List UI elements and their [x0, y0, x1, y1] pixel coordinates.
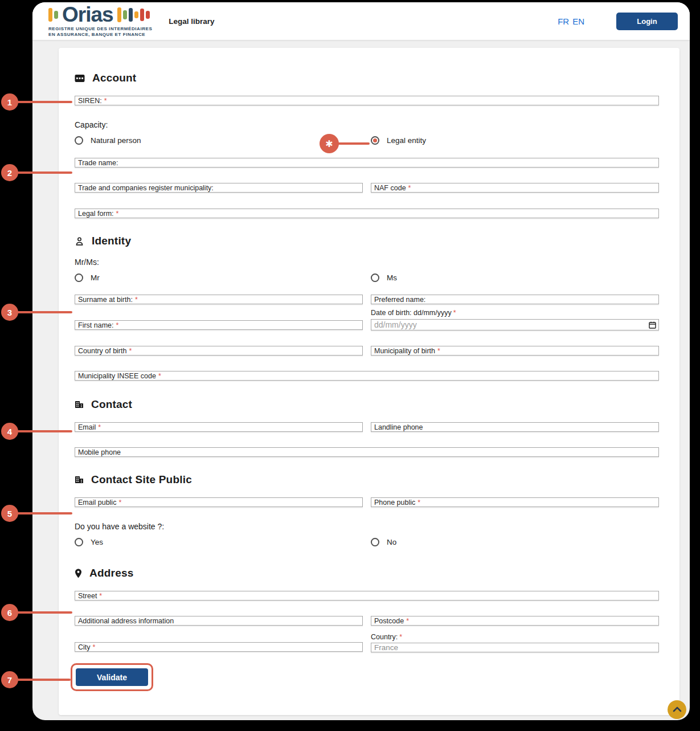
street-field[interactable]: Street * — [75, 591, 659, 601]
required-marker: * — [453, 309, 456, 317]
radio-circle-icon — [75, 538, 83, 546]
email-field[interactable]: Email * — [75, 422, 363, 432]
required-marker: * — [118, 499, 121, 507]
site-header: Orias REGISTRE UNIQUE DES INTERMÉDIAIRES… — [32, 2, 690, 40]
scroll-to-top-button[interactable] — [668, 700, 686, 719]
public-contact-row: Email public * Phone public * — [75, 497, 659, 507]
mobile-phone-field[interactable]: Mobile phone — [75, 447, 659, 457]
radio-website-yes[interactable]: Yes — [75, 538, 363, 546]
additional-address-field[interactable]: Additional address information — [75, 616, 363, 626]
landline-phone-label: Landline phone — [374, 423, 423, 431]
email-public-label: Email public — [78, 499, 116, 507]
mr-ms-radio-row: Mr Ms — [75, 273, 659, 282]
country-label: Country: — [371, 633, 398, 641]
register-municipality-label: Trade and companies register municipalit… — [78, 184, 214, 192]
annotation-line-4 — [17, 430, 72, 432]
natural-person-label: Natural person — [91, 136, 141, 145]
annotation-asterisk-line — [338, 142, 370, 145]
section-title-contact-public: Contact Site Public — [91, 473, 192, 486]
register-municipality-field[interactable]: Trade and companies register municipalit… — [75, 183, 363, 193]
annotation-badge-7: 7 — [1, 671, 18, 688]
building-icon — [75, 400, 84, 409]
radio-circle-icon — [75, 273, 83, 282]
birth-location-row: Country of birth * Municipality of birth… — [75, 346, 659, 356]
ms-label: Ms — [387, 273, 397, 282]
landline-phone-field[interactable]: Landline phone — [371, 422, 659, 432]
dob-group: Date of birth: dd/mm/yyyy* — [371, 309, 659, 330]
radio-ms[interactable]: Ms — [371, 273, 659, 282]
legal-form-field[interactable]: Legal form: * — [75, 209, 659, 218]
section-header-address: Address — [75, 567, 659, 579]
person-icon — [75, 236, 84, 246]
insee-code-field[interactable]: Municipality INSEE code * — [75, 371, 659, 381]
trade-name-label: Trade name: — [78, 159, 118, 167]
city-label: City — [78, 643, 91, 651]
annotation-badge-1: 1 — [1, 93, 18, 111]
required-marker: * — [135, 296, 138, 304]
annotation-line-1 — [17, 101, 72, 103]
naf-code-label: NAF code — [374, 184, 406, 192]
annotation-badge-4: 4 — [1, 423, 18, 440]
firstname-dob-row: First name: * Date of birth: dd/mm/yyyy* — [75, 309, 659, 330]
section-header-account: Account — [75, 72, 659, 84]
website-question-label: Do you have a website ?: — [75, 522, 659, 531]
radio-website-no[interactable]: No — [371, 538, 659, 546]
additional-postcode-row: Additional address information Postcode … — [75, 616, 659, 626]
email-public-field[interactable]: Email public * — [75, 497, 363, 507]
radio-selected-icon — [371, 136, 379, 145]
city-field[interactable]: City * — [75, 642, 363, 652]
required-marker: * — [158, 372, 161, 380]
first-name-field[interactable]: First name: * — [75, 320, 363, 330]
validate-button[interactable]: Validate — [76, 668, 148, 686]
dob-label: Date of birth: dd/mm/yyyy — [371, 309, 452, 317]
naf-code-field[interactable]: NAF code * — [371, 183, 659, 193]
logo-tagline-line1: REGISTRE UNIQUE DES INTERMÉDIAIRES — [48, 26, 152, 32]
postcode-field[interactable]: Postcode * — [371, 616, 659, 626]
annotation-line-5 — [17, 512, 72, 514]
annotation-badge-3: 3 — [1, 304, 18, 321]
logo-row: Orias — [48, 5, 152, 24]
phone-public-field[interactable]: Phone public * — [371, 497, 659, 507]
siren-label: SIREN: — [78, 97, 102, 105]
mr-label: Mr — [91, 273, 100, 282]
preferred-name-field[interactable]: Preferred name: — [371, 295, 659, 304]
logo-bars-right-icon — [117, 7, 150, 22]
section-title-address: Address — [89, 567, 133, 579]
country-of-birth-field[interactable]: Country of birth * — [75, 346, 363, 356]
email-label: Email — [78, 423, 96, 431]
logo-bars-left-icon — [48, 8, 58, 22]
calendar-icon[interactable] — [649, 321, 656, 331]
first-name-label: First name: — [78, 321, 114, 329]
required-marker: * — [417, 499, 420, 507]
yes-label: Yes — [91, 538, 103, 546]
section-title-identity: Identity — [92, 235, 131, 247]
dob-input[interactable] — [371, 319, 659, 330]
required-marker: * — [408, 184, 411, 192]
required-marker: * — [116, 210, 119, 218]
language-switch: FR EN — [558, 17, 584, 26]
trade-name-field[interactable]: Trade name: — [75, 158, 659, 168]
additional-address-label: Additional address information — [78, 617, 174, 625]
logo-tagline-line2: EN ASSURANCE, BANQUE ET FINANCE — [48, 32, 152, 38]
radio-legal-entity[interactable]: Legal entity — [371, 136, 659, 145]
radio-mr[interactable]: Mr — [75, 273, 363, 282]
mr-ms-label: Mr/Ms: — [75, 258, 659, 267]
no-label: No — [387, 538, 396, 546]
browser-page: Orias REGISTRE UNIQUE DES INTERMÉDIAIRES… — [32, 2, 690, 720]
siren-field[interactable]: SIREN: * — [75, 96, 659, 105]
surname-field[interactable]: Surname at birth: * — [75, 295, 363, 304]
required-marker: * — [104, 97, 107, 105]
required-marker: * — [99, 592, 102, 600]
section-header-contact: Contact — [75, 398, 659, 411]
orias-logo[interactable]: Orias REGISTRE UNIQUE DES INTERMÉDIAIRES… — [48, 5, 152, 38]
lang-fr-link[interactable]: FR — [558, 17, 569, 26]
login-button[interactable]: Login — [616, 13, 678, 30]
annotation-badge-5: 5 — [1, 505, 18, 522]
municipality-of-birth-field[interactable]: Municipality of birth * — [371, 346, 659, 356]
nav-title: Legal library — [169, 17, 214, 26]
country-label-row: Country:* — [371, 633, 659, 641]
country-input[interactable] — [371, 643, 659, 652]
lang-en-link[interactable]: EN — [572, 17, 584, 26]
surname-label: Surname at birth: — [78, 296, 133, 304]
required-marker: * — [116, 321, 119, 329]
